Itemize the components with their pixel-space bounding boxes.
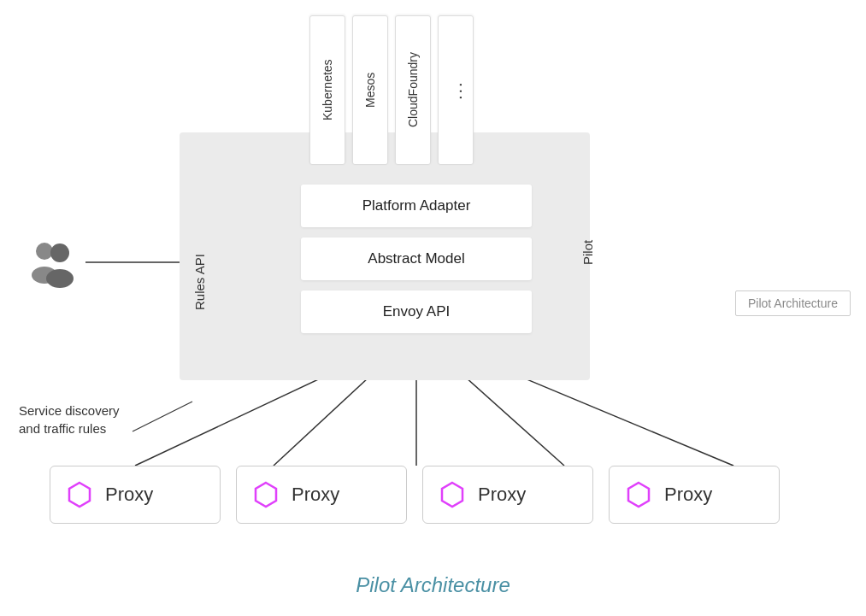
bottom-title: Pilot Architecture: [0, 573, 866, 597]
abstract-model-label: Abstract Model: [368, 250, 464, 267]
svg-point-9: [50, 243, 69, 262]
svg-marker-12: [256, 483, 276, 507]
abstract-model-card: Abstract Model: [301, 238, 532, 280]
cloudfoundry-card: CloudFoundry: [395, 15, 431, 165]
service-discovery-label: Service discoveryand traffic rules: [19, 402, 120, 437]
proxy-label-2: Proxy: [292, 484, 339, 506]
stacked-cards-container: Kubernetes Mesos CloudFoundry ...: [309, 15, 474, 165]
platform-adapter-card: Platform Adapter: [301, 185, 532, 227]
mesos-card: Mesos: [352, 15, 388, 165]
proxy-label-1: Proxy: [105, 484, 153, 506]
proxy-hex-icon-3: [439, 481, 466, 508]
svg-marker-14: [628, 483, 649, 507]
more-card: ...: [438, 15, 474, 165]
proxy-label-3: Proxy: [478, 484, 526, 506]
proxy-box-2: Proxy: [236, 466, 407, 524]
proxy-row: Proxy Proxy Proxy Proxy: [50, 466, 780, 524]
proxy-hex-icon-4: [625, 481, 652, 508]
svg-point-7: [36, 243, 53, 260]
proxy-box-3: Proxy: [422, 466, 593, 524]
svg-line-6: [133, 402, 192, 431]
svg-marker-13: [442, 483, 462, 507]
users-icon: [24, 232, 84, 292]
pilot-arch-label-text: Pilot Architecture: [748, 296, 838, 310]
pilot-arch-label-box: Pilot Architecture: [735, 290, 851, 316]
envoy-api-label: Envoy API: [383, 303, 450, 320]
proxy-hex-icon-2: [252, 481, 280, 508]
envoy-api-card: Envoy API: [301, 290, 532, 333]
svg-point-10: [46, 269, 74, 288]
platform-adapter-label: Platform Adapter: [362, 197, 471, 214]
proxy-box-1: Proxy: [50, 466, 221, 524]
svg-marker-11: [69, 483, 90, 507]
diagram-container: Kubernetes Mesos CloudFoundry ... Platfo…: [0, 0, 866, 616]
proxy-label-4: Proxy: [664, 484, 712, 506]
proxy-box-4: Proxy: [609, 466, 780, 524]
proxy-hex-icon-1: [66, 481, 93, 508]
rules-api-label: Rules API: [186, 209, 212, 355]
pilot-label: Pilot: [574, 167, 600, 337]
kubernetes-card: Kubernetes: [309, 15, 345, 165]
